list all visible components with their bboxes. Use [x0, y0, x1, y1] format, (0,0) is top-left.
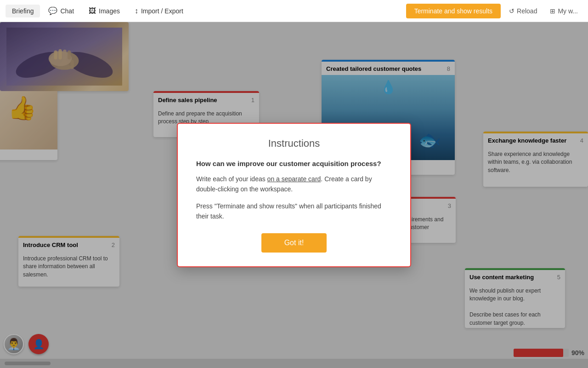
modal-text-1: Write each of your ideas on a separate c… — [196, 174, 392, 195]
modal-overlay: Instructions How can we improve our cust… — [0, 22, 588, 368]
import-export-icon: ↕ — [135, 7, 138, 15]
reload-link[interactable]: ↺ Reload — [504, 5, 542, 17]
chat-button[interactable]: 💬 Chat — [42, 4, 80, 18]
import-export-label: Import / Export — [141, 7, 183, 15]
images-icon: 🖼 — [89, 7, 96, 15]
briefing-label: Briefing — [12, 7, 34, 15]
briefing-button[interactable]: Briefing — [6, 5, 40, 17]
terminate-button[interactable]: Terminate and show results — [406, 4, 501, 18]
modal-question: How can we improve our customer acquisit… — [196, 160, 392, 167]
myw-icon: ⊞ — [550, 7, 555, 15]
modal-text-2: Press "Terminate and show results" when … — [196, 201, 392, 222]
chat-label: Chat — [60, 7, 74, 15]
myw-link[interactable]: ⊞ My w... — [545, 5, 582, 17]
modal-title: Instructions — [196, 138, 392, 150]
chat-icon: 💬 — [48, 6, 57, 15]
instructions-modal: Instructions How can we improve our cust… — [177, 123, 411, 268]
topbar: Briefing 💬 Chat 🖼 Images ↕ Import / Expo… — [0, 0, 588, 22]
import-export-button[interactable]: ↕ Import / Export — [128, 4, 190, 18]
gotit-button[interactable]: Got it! — [261, 233, 327, 253]
images-label: Images — [99, 7, 120, 15]
workspace[interactable]: ebsite 6 👍 Define sales pipeline 1 Defin… — [0, 22, 588, 368]
topbar-right: Terminate and show results ↺ Reload ⊞ My… — [406, 4, 582, 18]
reload-icon: ↺ — [509, 7, 514, 15]
images-button[interactable]: 🖼 Images — [82, 4, 126, 18]
